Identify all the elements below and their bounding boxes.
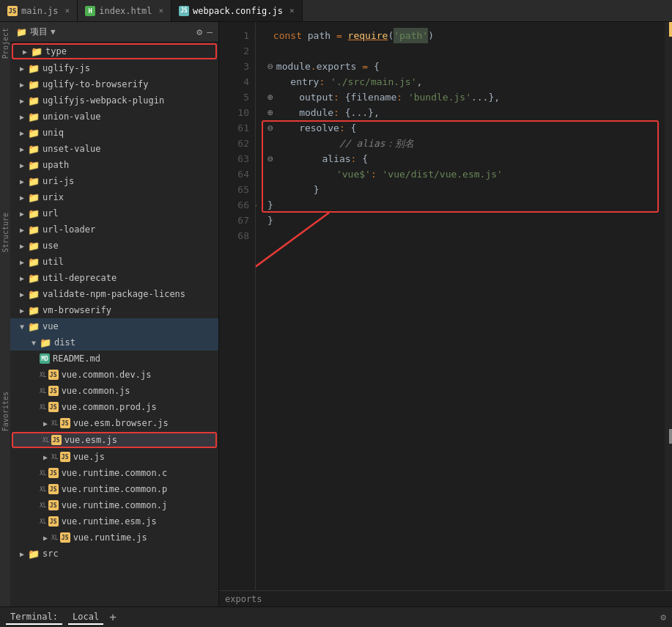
add-terminal-button[interactable]: +	[109, 610, 117, 624]
sidebar-item-vue-runtime-common-p[interactable]: XL JS vue.runtime.common.p	[10, 481, 218, 497]
sidebar-item-vm-browserify[interactable]: ▶ 📁 vm-browserify	[10, 302, 218, 318]
minimize-icon[interactable]: —	[207, 26, 213, 37]
arrow-src: ▶	[16, 550, 28, 558]
str-path: 'path'	[394, 28, 428, 43]
js-icon-vue-rtc: JS	[48, 468, 59, 478]
sidebar-item-validate-npm[interactable]: ▶ 📁 validate-npm-package-licens	[10, 286, 218, 302]
plain-module-1: module	[276, 59, 311, 74]
editor-area: 1 2 3 4 5 10 61 62 63 64 65 66 67 68	[219, 22, 672, 606]
code-container: 1 2 3 4 5 10 61 62 63 64 65 66 67 68	[219, 22, 672, 590]
plain-sp-4	[325, 74, 331, 89]
sidebar-item-url-loader[interactable]: ▶ 📁 url-loader	[10, 221, 218, 238]
sidebar-item-util[interactable]: ▶ 📁 util	[10, 254, 218, 270]
folder-util-deprecate-icon: 📁	[28, 273, 40, 284]
local-tab[interactable]: Local	[68, 610, 103, 625]
tab-index-html[interactable]: H index.html ×	[78, 0, 171, 21]
sidebar-item-use[interactable]: ▶ 📁 use	[10, 238, 218, 254]
sidebar-item-vue[interactable]: ▼ 📁 vue	[10, 318, 218, 334]
tab-index-html-label: index.html	[99, 6, 152, 16]
sidebar-item-vue-esm-browser[interactable]: ▶ XL JS vue.esm.browser.js	[10, 415, 218, 431]
right-scrollbar[interactable]	[665, 22, 672, 590]
sidebar-item-uniq[interactable]: ▶ 📁 uniq	[10, 125, 218, 141]
line-num-1: 1	[219, 28, 249, 43]
fold-icon-61[interactable]: ⊖	[267, 120, 273, 136]
sidebar-item-vue-common-dev[interactable]: XL JS vue.common.dev.js	[10, 367, 218, 383]
folder-upath-label: upath	[43, 160, 69, 170]
sidebar-item-unset-value[interactable]: ▶ 📁 unset-value	[10, 141, 218, 157]
sidebar-item-type[interactable]: ▶ 📁 type	[12, 43, 217, 59]
folder-uglify-js-label: uglify-js	[43, 63, 90, 73]
code-line-68	[267, 228, 665, 243]
sidebar-item-urix[interactable]: ▶ 📁 urix	[10, 189, 218, 205]
sidebar-item-vue-common[interactable]: XL JS vue.common.js	[10, 383, 218, 399]
code-editor[interactable]: const path = require ( 'path' ) ⊖ module…	[256, 22, 665, 590]
plain-path: path	[302, 28, 336, 43]
sidebar-item-vue-esm-js[interactable]: XL JS vue.esm.js	[12, 432, 217, 448]
left-tab-structure[interactable]: Structure	[1, 210, 10, 255]
plain-sp-64	[377, 166, 383, 182]
code-line-62: // alias：别名	[267, 136, 665, 151]
file-vue-runtime-esm-label: vue.runtime.esm.js	[62, 516, 157, 527]
tab-webpack-config[interactable]: JS webpack.config.js ×	[171, 0, 302, 21]
plain-module-10: module	[276, 105, 333, 120]
folder-vm-browserify-icon: 📁	[28, 305, 40, 316]
terminal-tab[interactable]: Terminal:	[6, 610, 62, 625]
xl-icon-1: XL	[40, 372, 47, 378]
folder-dist-label: dist	[54, 337, 75, 348]
sidebar-item-url[interactable]: ▶ 📁 url	[10, 205, 218, 221]
arrow-type: ▶	[19, 48, 31, 56]
arrow-uniq: ▶	[16, 129, 28, 137]
tab-index-html-close[interactable]: ×	[158, 6, 163, 15]
tab-webpack-close[interactable]: ×	[289, 6, 295, 15]
tab-main-js[interactable]: JS main.js ×	[0, 0, 78, 21]
editor-status-bar: exports	[219, 590, 672, 606]
plain-comma-4: ,	[417, 74, 423, 89]
fold-icon-10[interactable]: ⊕	[267, 105, 273, 120]
arrow-vue-runtime-js: ▶	[40, 534, 51, 542]
arrow-vm-browserify: ▶	[16, 307, 28, 315]
sidebar-item-vue-runtime-js[interactable]: ▶ XL JS vue.runtime.js	[10, 529, 218, 546]
sidebar-item-dist[interactable]: ▼ 📁 dist	[10, 334, 218, 351]
sidebar-item-union-value[interactable]: ▶ 📁 union-value	[10, 109, 218, 125]
sidebar-item-readme[interactable]: MD README.md	[10, 351, 218, 367]
sidebar-item-vue-js[interactable]: ▶ XL JS vue.js	[10, 449, 218, 465]
sidebar-item-src[interactable]: ▶ 📁 src	[10, 546, 218, 562]
plain-brace-63: {	[356, 151, 368, 166]
sidebar-dropdown[interactable]: ▼	[51, 27, 56, 37]
folder-vue-label: vue	[43, 321, 59, 331]
xl-icon-8: XL	[40, 486, 47, 493]
html-icon: H	[85, 6, 95, 16]
folder-util-label: util	[43, 257, 64, 267]
plain-exports: exports	[317, 59, 363, 74]
settings-gear-icon[interactable]: ⚙	[660, 612, 666, 623]
js-icon-vue-esm: JS	[51, 435, 62, 445]
fold-icon-3[interactable]: ⊖	[267, 59, 273, 74]
sidebar-item-uglify-to-browserify[interactable]: ▶ 📁 uglify-to-browserify	[10, 76, 218, 92]
tab-webpack-label: webpack.config.js	[193, 6, 283, 16]
line-num-64: 64	[219, 166, 249, 182]
sidebar-item-util-deprecate[interactable]: ▶ 📁 util-deprecate	[10, 270, 218, 286]
fold-icon-63[interactable]: ⊖	[267, 151, 273, 166]
tab-main-js-close[interactable]: ×	[65, 6, 70, 15]
sidebar-item-uri-js[interactable]: ▶ 📁 uri-js	[10, 173, 218, 189]
sidebar-item-uglify-js[interactable]: ▶ 📁 uglify-js	[10, 60, 218, 76]
left-tab-project[interactable]: Project	[1, 25, 10, 62]
sidebar-item-upath[interactable]: ▶ 📁 upath	[10, 157, 218, 173]
folder-dist-icon: 📁	[40, 337, 51, 348]
settings-icon[interactable]: ⚙	[196, 26, 202, 37]
arrow-util-deprecate: ▶	[16, 274, 28, 282]
fold-icon-5[interactable]: ⊕	[267, 89, 273, 105]
sidebar-item-vue-runtime-common-c[interactable]: XL JS vue.runtime.common.c	[10, 465, 218, 481]
folder-uglifyjs-webpack-label: uglifyjs-webpack-plugin	[43, 95, 164, 106]
plain-paren-close: )	[428, 28, 434, 43]
folder-unset-value-label: unset-value	[43, 144, 100, 154]
sidebar-item-vue-common-prod[interactable]: XL JS vue.common.prod.js	[10, 399, 218, 415]
sidebar-item-vue-runtime-esm[interactable]: XL JS vue.runtime.esm.js	[10, 513, 218, 529]
line-num-4: 4	[219, 74, 249, 89]
sidebar-item-vue-runtime-common-j[interactable]: XL JS vue.runtime.common.j	[10, 497, 218, 513]
code-line-64: 'vue$' : 'vue/dist/vue.esm.js'	[267, 166, 665, 182]
left-tab-favorites[interactable]: Favorites	[1, 389, 10, 434]
folder-vm-browserify-label: vm-browserify	[43, 305, 111, 315]
sidebar-item-uglifyjs-webpack-plugin[interactable]: ▶ 📁 uglifyjs-webpack-plugin	[10, 92, 218, 109]
plain-sp-5: {filename	[339, 89, 396, 105]
